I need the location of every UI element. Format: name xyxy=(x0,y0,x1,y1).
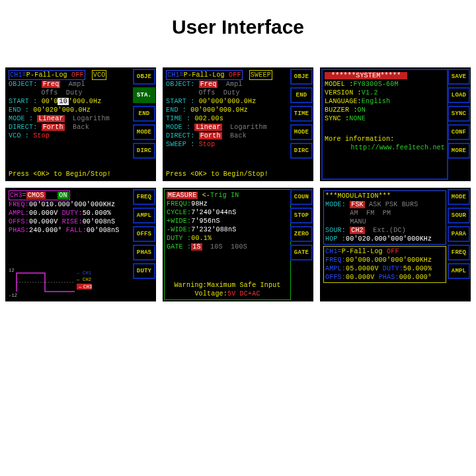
softkey-load[interactable]: LOAD xyxy=(448,87,470,103)
opt-manu[interactable]: MANU xyxy=(350,218,366,225)
softkey-save[interactable]: SAVE xyxy=(448,69,470,85)
opt-ext[interactable]: Ext.(DC) xyxy=(373,227,406,234)
start-value[interactable]: 00'000'000.0Hz xyxy=(199,98,257,105)
svg-text:CH2: CH2 xyxy=(83,277,91,282)
softkey-mode[interactable]: MODE xyxy=(133,124,155,140)
softkey-sour[interactable]: SOUR xyxy=(448,208,470,223)
label: VCO : xyxy=(9,132,29,139)
arrow-icon: <- xyxy=(202,192,210,199)
opt-gate-100s[interactable]: 100S xyxy=(231,243,247,251)
softkey-conf[interactable]: CONF xyxy=(448,124,470,140)
freq-value: 98Hz xyxy=(191,200,208,208)
softkey-para[interactable]: PARA xyxy=(448,226,470,242)
opt-psk[interactable]: PSK xyxy=(385,201,398,208)
language-value[interactable]: English xyxy=(362,98,390,105)
offs-value[interactable]: 00.000V xyxy=(346,274,374,281)
off-flag: OFF xyxy=(229,71,241,79)
softkey-duty[interactable]: DUTY xyxy=(133,263,155,279)
sel-freq[interactable]: Freq xyxy=(199,81,218,88)
sel-gate-1s[interactable]: 1S xyxy=(191,243,202,251)
softkey-gate[interactable]: GATE xyxy=(290,245,313,260)
phas-value[interactable]: 240.000° xyxy=(29,227,62,234)
softkey-end[interactable]: END xyxy=(133,106,155,122)
end-value[interactable]: 00'020'000.0Hz xyxy=(33,106,91,114)
ampl-value[interactable]: 05.0000V xyxy=(346,265,379,272)
opt-duty[interactable]: Duty xyxy=(223,89,240,97)
sel-linear[interactable]: Linear xyxy=(194,124,221,131)
softkey-obje[interactable]: OBJE xyxy=(133,69,155,85)
offs-value[interactable]: 00.000V xyxy=(29,218,58,225)
sweep-state: Stop xyxy=(199,141,216,148)
url: http://www.feeltech.net xyxy=(350,144,445,151)
opt-back[interactable]: Back xyxy=(73,124,89,131)
softkey-freq[interactable]: FREQ xyxy=(133,189,155,205)
duty-value[interactable]: 50.000% xyxy=(83,210,111,217)
sel-freq[interactable]: Freq xyxy=(42,81,61,88)
sync-value[interactable]: NONE xyxy=(349,115,366,122)
phas-value[interactable]: 000.000° xyxy=(399,274,432,281)
label: END : xyxy=(9,106,29,114)
opt-ampl[interactable]: Ampl xyxy=(69,81,85,88)
start-value[interactable]: 00'010'000.0Hz xyxy=(42,98,102,105)
label: START : xyxy=(9,98,37,105)
softkey-sta[interactable]: STA. xyxy=(133,87,155,103)
opt-ampl[interactable]: Ampl xyxy=(226,81,243,88)
fall-value[interactable]: 00'008nS xyxy=(87,227,120,234)
opt-ask[interactable]: ASK xyxy=(369,201,381,208)
softkey-end[interactable]: END xyxy=(290,87,313,103)
opt-am[interactable]: AM xyxy=(350,210,358,217)
softkey-ampl[interactable]: AMPL xyxy=(448,263,470,279)
opt-gate-10s[interactable]: 10S xyxy=(210,243,223,251)
softkey-dirc[interactable]: DIRC xyxy=(133,143,155,159)
softkey-mode[interactable]: MODE xyxy=(290,124,313,140)
sel-fsk[interactable]: FSK xyxy=(350,201,365,208)
sel-forth[interactable]: Forth xyxy=(42,124,65,131)
opt-duty[interactable]: Duty xyxy=(66,89,83,97)
softkey-phas[interactable]: PHAS xyxy=(133,245,155,260)
softkey-freq[interactable]: FREQ xyxy=(448,245,470,260)
end-value[interactable]: 00'000'000.0Hz xyxy=(190,106,248,114)
freq-value[interactable]: 00'000.000'000'000KHz xyxy=(346,257,432,264)
label: OFFS: xyxy=(9,218,29,225)
wave-name: P-Fall-Log xyxy=(26,71,67,79)
sel-forth[interactable]: Forth xyxy=(199,132,222,139)
ch-label: CH1= xyxy=(10,71,26,79)
label: LANGUAGE: xyxy=(325,98,362,105)
ampl-value[interactable]: 00.000V xyxy=(29,210,58,217)
opt-log[interactable]: Logarithm xyxy=(73,115,110,122)
opt-offs[interactable]: Offs xyxy=(199,89,216,97)
softkey-time[interactable]: TIME xyxy=(290,106,313,122)
softkey-dirc[interactable]: DIRC xyxy=(290,143,313,159)
softkey-more[interactable]: MORE xyxy=(448,143,470,159)
opt-log[interactable]: Logarithm xyxy=(230,124,267,131)
sel-ch2[interactable]: CH2 xyxy=(350,227,365,234)
label: VERSION : xyxy=(325,89,362,97)
softkey-coun[interactable]: COUN xyxy=(290,189,313,205)
opt-fm[interactable]: FM xyxy=(366,210,374,217)
label: DIRECT: xyxy=(166,132,194,139)
softkey-mode[interactable]: MODE xyxy=(448,189,470,205)
duty-value[interactable]: 50.000% xyxy=(403,265,432,272)
label: PHAS: xyxy=(9,227,29,234)
time-value[interactable]: 002.00s xyxy=(194,115,223,122)
freq-value[interactable]: 00'010.000'000'000KHz xyxy=(29,201,115,208)
panel-system: ******SYSTEM***** MODEL :FY8300S-60M VER… xyxy=(320,67,471,181)
label: END : xyxy=(166,106,186,114)
wave-name: CMOS xyxy=(26,192,46,199)
softkey-stop[interactable]: STOP xyxy=(290,208,313,223)
rise-value[interactable]: 00'008nS xyxy=(83,218,116,225)
softkey-sync[interactable]: SYNC xyxy=(448,106,470,122)
opt-back[interactable]: Back xyxy=(230,132,247,139)
opt-pm[interactable]: PM xyxy=(383,210,391,217)
softkey-ampl[interactable]: AMPL xyxy=(133,208,155,223)
softkey-offs[interactable]: OFFS xyxy=(133,226,155,242)
hop-value[interactable]: 00'020.000'000'000KHz xyxy=(346,235,432,243)
sel-linear[interactable]: Linear xyxy=(37,115,64,122)
buzzer-value[interactable]: ON xyxy=(358,106,366,114)
softkey-zero[interactable]: ZERO xyxy=(290,226,313,242)
softkey-obje[interactable]: OBJE xyxy=(290,69,313,85)
opt-offs[interactable]: Offs xyxy=(42,89,58,97)
svg-text:-12: -12 xyxy=(9,293,17,298)
label: FREQ: xyxy=(9,201,29,208)
opt-burs[interactable]: BURS xyxy=(402,201,418,208)
